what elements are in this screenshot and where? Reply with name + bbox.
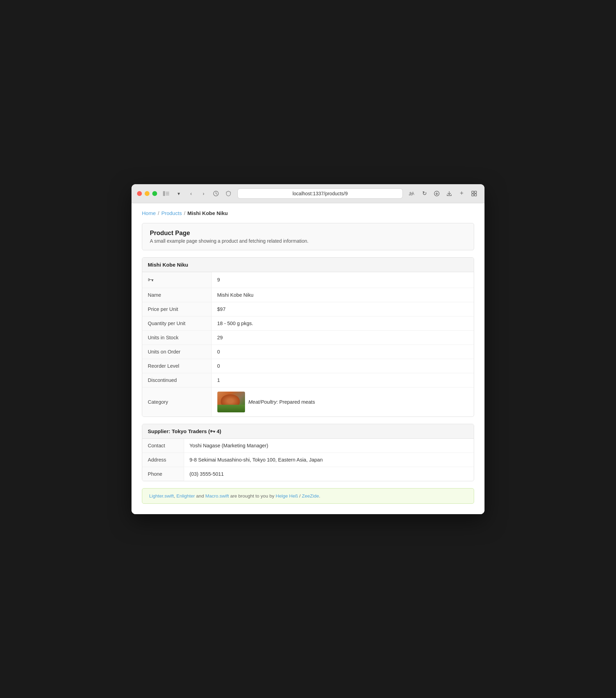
product-card: Mishi Kobe Niku 🗝 9 Name Mishi Kobe Niku	[142, 257, 474, 417]
svg-rect-2	[166, 193, 169, 194]
phone-label: Phone	[142, 467, 184, 481]
units-stock-value: 29	[211, 330, 474, 344]
key-field-value: 9	[211, 272, 474, 288]
back-button[interactable]: ‹	[186, 189, 196, 198]
breadcrumb-current: Mishi Kobe Niku	[188, 210, 228, 216]
footer-and: and	[195, 493, 205, 499]
units-stock-label: Units in Stock	[142, 330, 211, 344]
price-label: Price per Unit	[142, 302, 211, 316]
supplier-table: Contact Yoshi Nagase (Marketing Manager)…	[142, 439, 474, 481]
browser-nav: ▾ ‹ ›	[161, 189, 233, 198]
supplier-card: Supplier: Tokyo Traders (🗝 4) Contact Yo…	[142, 424, 474, 481]
name-label: Name	[142, 288, 211, 302]
header-card: Product Page A small example page showin…	[142, 223, 474, 250]
quantity-label: Quantity per Unit	[142, 316, 211, 330]
supplier-key-icon: 🗝	[210, 428, 215, 434]
category-text: Meat/Poultry: Prepared meats	[248, 399, 315, 405]
contact-value: Yoshi Nagase (Marketing Manager)	[184, 439, 474, 453]
svg-rect-8	[472, 191, 474, 193]
maximize-button[interactable]	[152, 191, 157, 196]
address-label: Address	[142, 453, 184, 467]
category-desc: : Prepared meats	[277, 399, 315, 405]
discontinued-label: Discontinued	[142, 373, 211, 387]
quantity-value: 18 - 500 g pkgs.	[211, 316, 474, 330]
table-row: Quantity per Unit 18 - 500 g pkgs.	[142, 316, 474, 330]
address-value: 9-8 Sekimai Musashino-shi, Tokyo 100, Ea…	[184, 453, 474, 467]
key-icon: 🗝	[148, 276, 154, 283]
category-image	[217, 392, 245, 412]
price-value: $97	[211, 302, 474, 316]
table-row: Price per Unit $97	[142, 302, 474, 316]
browser-actions: あ A ↻ +	[407, 189, 479, 198]
svg-rect-1	[166, 192, 169, 193]
forward-button[interactable]: ›	[199, 189, 208, 198]
table-row: Category Meat/Poultry: Prepared meats	[142, 387, 474, 417]
product-card-header: Mishi Kobe Niku	[142, 258, 474, 272]
units-order-value: 0	[211, 344, 474, 359]
table-row: Discontinued 1	[142, 373, 474, 387]
supplier-title-text: Supplier: Tokyo Traders (	[148, 428, 210, 434]
refresh-button[interactable]: ↻	[419, 189, 429, 198]
table-row: Phone (03) 3555-5011	[142, 467, 474, 481]
minimize-button[interactable]	[145, 191, 150, 196]
lighter-link[interactable]: Lighter.swift	[149, 493, 174, 499]
contact-label: Contact	[142, 439, 184, 453]
breadcrumb-sep-2: /	[184, 210, 185, 216]
browser-chrome: ▾ ‹ › localhost:1337/products/9 あ	[132, 184, 484, 203]
svg-rect-11	[474, 194, 477, 196]
address-bar[interactable]: localhost:1337/products/9	[237, 188, 403, 199]
key-field-label: 🗝	[142, 272, 211, 288]
breadcrumb-sep-1: /	[158, 210, 159, 216]
phone-value: (03) 3555-5011	[184, 467, 474, 481]
footer-brought: are brought to you by	[229, 493, 275, 499]
footer-comma1: ,	[174, 493, 176, 499]
discontinued-value: 1	[211, 373, 474, 387]
table-row: Name Mishi Kobe Niku	[142, 288, 474, 302]
units-order-label: Units on Order	[142, 344, 211, 359]
supplier-key-id: 4)	[215, 428, 221, 434]
header-card-description: A small example page showing a product a…	[150, 238, 466, 244]
new-tab-button[interactable]: +	[457, 189, 466, 198]
supplier-card-header: Supplier: Tokyo Traders (🗝 4)	[142, 424, 474, 439]
translate-button[interactable]: あ A	[407, 189, 417, 198]
table-row: Reorder Level 0	[142, 359, 474, 373]
shield-button[interactable]	[224, 189, 233, 198]
zeezide-link[interactable]: ZeeZide	[302, 493, 319, 499]
table-row: Units on Order 0	[142, 344, 474, 359]
category-label: Category	[142, 387, 211, 417]
macro-link[interactable]: Macro.swift	[205, 493, 229, 499]
header-card-title: Product Page	[150, 230, 466, 237]
browser-window: ▾ ‹ › localhost:1337/products/9 あ	[132, 184, 484, 514]
sidebar-toggle-button[interactable]	[161, 189, 171, 198]
svg-rect-0	[163, 191, 165, 196]
tab-overview-button[interactable]	[469, 189, 479, 198]
sidebar-chevron-button[interactable]: ▾	[174, 189, 183, 198]
page-content: Home / Products / Mishi Kobe Niku Produc…	[132, 203, 484, 514]
svg-text:A: A	[411, 191, 414, 196]
download-button[interactable]	[432, 189, 442, 198]
helge-link[interactable]: Helge Heß	[276, 493, 298, 499]
traffic-lights	[137, 191, 157, 196]
category-value: Meat/Poultry: Prepared meats	[211, 387, 474, 417]
reorder-value: 0	[211, 359, 474, 373]
breadcrumb: Home / Products / Mishi Kobe Niku	[142, 210, 474, 216]
table-row: Units in Stock 29	[142, 330, 474, 344]
close-button[interactable]	[137, 191, 142, 196]
footer-period: .	[319, 493, 320, 499]
table-row: Contact Yoshi Nagase (Marketing Manager)	[142, 439, 474, 453]
table-row: Address 9-8 Sekimai Musashino-shi, Tokyo…	[142, 453, 474, 467]
share-button[interactable]	[444, 189, 454, 198]
svg-rect-3	[166, 195, 169, 195]
svg-rect-10	[472, 194, 474, 196]
breadcrumb-products-link[interactable]: Products	[161, 210, 182, 216]
table-row: 🗝 9	[142, 272, 474, 288]
enlighter-link[interactable]: Enlighter	[176, 493, 195, 499]
footer-slash: /	[298, 493, 302, 499]
svg-rect-9	[474, 191, 477, 193]
url-text: localhost:1337/products/9	[292, 191, 348, 196]
product-table: 🗝 9 Name Mishi Kobe Niku Price per Unit …	[142, 272, 474, 417]
breadcrumb-home-link[interactable]: Home	[142, 210, 156, 216]
history-button[interactable]	[211, 189, 221, 198]
category-name: Meat/Poultry	[248, 399, 277, 405]
reorder-label: Reorder Level	[142, 359, 211, 373]
